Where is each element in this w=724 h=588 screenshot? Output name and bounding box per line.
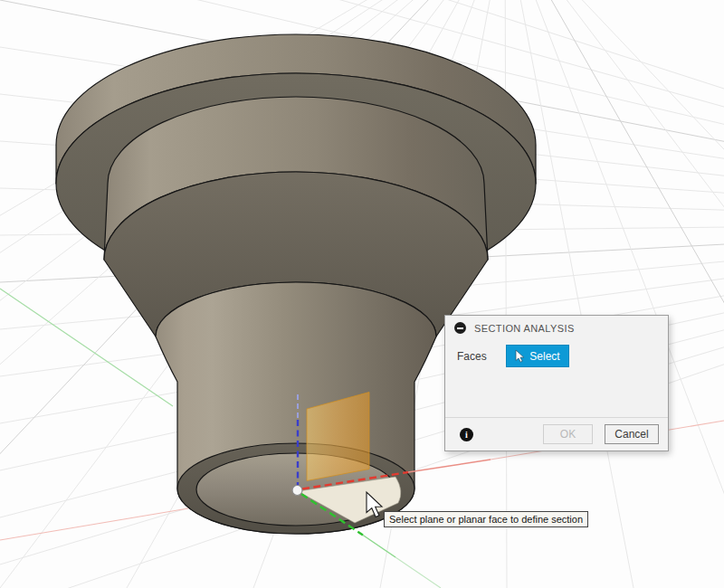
dialog-footer: i OK Cancel bbox=[445, 417, 668, 450]
cancel-button[interactable]: Cancel bbox=[605, 424, 659, 444]
scene-canvas bbox=[0, 0, 724, 588]
section-analysis-dialog: SECTION ANALYSIS Faces Select i OK Cance… bbox=[444, 315, 669, 451]
dialog-header[interactable]: SECTION ANALYSIS bbox=[445, 316, 668, 340]
info-icon[interactable]: i bbox=[460, 428, 473, 441]
faces-label: Faces bbox=[457, 350, 506, 363]
faces-row: Faces Select bbox=[445, 340, 668, 367]
ok-button[interactable]: OK bbox=[543, 424, 593, 444]
3d-viewport[interactable]: Select plane or planar face to define se… bbox=[0, 0, 724, 588]
origin-marker[interactable] bbox=[292, 486, 302, 496]
collapse-icon[interactable] bbox=[454, 322, 466, 334]
select-button-label: Select bbox=[529, 350, 559, 363]
dialog-body: Faces Select bbox=[445, 340, 668, 419]
select-cursor-icon bbox=[515, 350, 525, 363]
cursor-tooltip: Select plane or planar face to define se… bbox=[384, 511, 588, 527]
dialog-title: SECTION ANALYSIS bbox=[474, 323, 575, 334]
faces-select-button[interactable]: Select bbox=[506, 345, 569, 367]
